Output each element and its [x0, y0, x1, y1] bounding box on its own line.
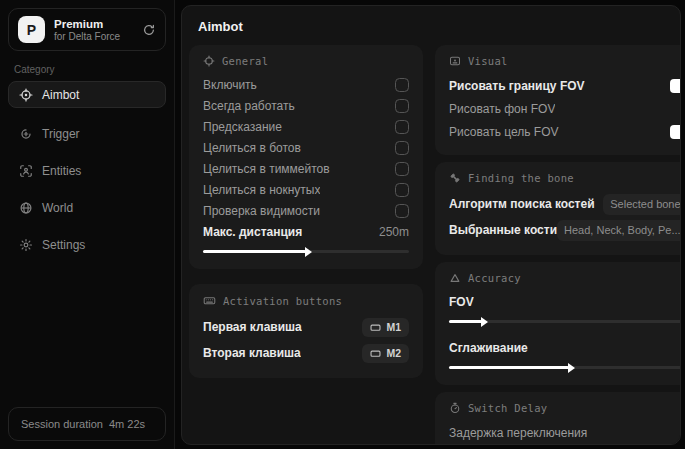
setting-row: Выбранные кости Head, Neck, Body, Pe...: [449, 217, 681, 243]
checkbox-enable[interactable]: [395, 78, 409, 92]
session-value: 4m 22s: [109, 418, 145, 430]
keybind-value: M1: [386, 321, 401, 333]
accuracy-panel: Accuracy FOV 60° Сглаживание 50%: [435, 262, 681, 385]
setting-row: Всегда работать: [203, 95, 409, 116]
category-label: Category: [14, 64, 160, 75]
setting-label: Предсказание: [203, 120, 282, 134]
setting-row: FOV 60°: [449, 291, 681, 312]
setting-row: Алгоритм поиска костей Selected bone: [449, 191, 681, 217]
sidebar-item-entities[interactable]: Entities: [8, 157, 166, 184]
sidebar-item-label: Entities: [42, 164, 81, 178]
color-swatch[interactable]: [670, 79, 681, 93]
sidebar-item-trigger[interactable]: Trigger: [8, 120, 166, 147]
eye-box-icon: [449, 55, 461, 67]
keybind-button-1[interactable]: M1: [362, 318, 409, 337]
setting-row: Задержка переключения (мс) 1000 ms: [449, 444, 681, 445]
setting-row: Макс. дистанция 250m: [203, 221, 409, 242]
session-label: Session duration: [21, 418, 103, 430]
setting-label: Алгоритм поиска костей: [449, 197, 603, 211]
max-distance-slider[interactable]: [203, 246, 409, 257]
page-title: Aimbot: [182, 6, 680, 45]
setting-label: Вторая клавиша: [203, 346, 301, 360]
dropdown-value: Selected bone: [610, 198, 680, 210]
keyboard-icon: [370, 348, 381, 359]
brand-subtitle: for Delta Force: [54, 31, 133, 42]
sidebar-item-label: Settings: [42, 238, 85, 252]
setting-row: Вторая клавиша M2: [203, 340, 409, 366]
crosshair-icon: [203, 55, 215, 67]
setting-row: Сглаживание 50%: [449, 337, 681, 358]
sidebar-item-label: Aimbot: [42, 88, 79, 102]
setting-label: Рисовать границу FOV: [449, 79, 585, 93]
setting-row: Рисовать цель FOV: [449, 120, 681, 143]
brand-title: Premium: [54, 18, 133, 30]
panel-title: Accuracy: [468, 272, 521, 284]
sidebar: P Premium for Delta Force Category Aimbo…: [0, 0, 175, 449]
setting-label: Сглаживание: [449, 341, 528, 355]
checkbox-always-on[interactable]: [395, 99, 409, 113]
triangle-icon: [449, 272, 461, 284]
general-panel: General Включить Всегда работать Предска…: [189, 45, 423, 269]
visual-panel: Visual Рисовать границу FOV Рисовать фон…: [435, 45, 681, 155]
bone-algorithm-dropdown[interactable]: Selected bone: [603, 194, 681, 215]
sidebar-item-label: Trigger: [42, 127, 80, 141]
keybind-button-2[interactable]: M2: [362, 344, 409, 363]
fov-slider[interactable]: [449, 316, 681, 327]
session-duration: Session duration 4m 22s: [8, 407, 166, 441]
keyboard-icon: [370, 322, 381, 333]
panel-title: Activation buttons: [223, 295, 342, 307]
sidebar-item-settings[interactable]: Settings: [8, 231, 166, 258]
slider-value: 250m: [379, 225, 409, 239]
setting-label: Проверка видимости: [203, 204, 320, 218]
setting-row: Проверка видимости: [203, 200, 409, 221]
activation-buttons-panel: Activation buttons Первая клавиша M1 Вто…: [189, 284, 423, 378]
brand-text: Premium for Delta Force: [54, 18, 133, 42]
sidebar-item-label: World: [42, 201, 73, 215]
setting-label: FOV: [449, 295, 474, 309]
color-swatch[interactable]: [670, 125, 681, 139]
crosshair-icon: [19, 88, 33, 102]
setting-row: Рисовать границу FOV: [449, 74, 681, 97]
sidebar-item-world[interactable]: World: [8, 194, 166, 221]
setting-row: Целиться в тиммейтов: [203, 158, 409, 179]
checkbox-visibility-check[interactable]: [395, 204, 409, 218]
checkbox-target-teammates[interactable]: [395, 162, 409, 176]
setting-label: Включить: [203, 78, 257, 92]
setting-label: Первая клавиша: [203, 320, 302, 334]
setting-row: Целиться в ботов: [203, 137, 409, 158]
brand-logo: P: [18, 16, 45, 43]
setting-row: Задержка переключения: [449, 421, 681, 444]
bone-icon: [449, 172, 461, 184]
premium-card[interactable]: P Premium for Delta Force: [8, 8, 166, 51]
scan-icon: [19, 164, 33, 178]
finding-bone-panel: Finding the bone Алгоритм поиска костей …: [435, 162, 681, 255]
setting-row: Целиться в нокнутых: [203, 179, 409, 200]
switch-delay-panel: Switch Delay Задержка переключения Задер…: [435, 392, 681, 445]
trigger-icon: [19, 127, 33, 141]
setting-label: Рисовать фон FOV: [449, 102, 555, 116]
setting-label: Целиться в тиммейтов: [203, 162, 330, 176]
setting-label: Задержка переключения: [449, 426, 587, 440]
setting-label: Макс. дистанция: [203, 225, 302, 239]
checkbox-target-knocked[interactable]: [395, 183, 409, 197]
dropdown-value: Head, Neck, Body, Pe...: [564, 224, 681, 236]
stopwatch-icon: [449, 402, 461, 414]
sidebar-item-aimbot[interactable]: Aimbot: [8, 81, 166, 108]
checkbox-target-bots[interactable]: [395, 141, 409, 155]
keyboard-icon: [203, 294, 216, 307]
setting-label: Выбранные кости: [449, 223, 557, 237]
setting-row: Первая клавиша M1: [203, 314, 409, 340]
selected-bones-dropdown[interactable]: Head, Neck, Body, Pe...: [557, 220, 681, 241]
panel-title: Finding the bone: [468, 172, 574, 184]
setting-label: Целиться в ботов: [203, 141, 301, 155]
setting-label: Всегда работать: [203, 99, 295, 113]
setting-row: Рисовать фон FOV: [449, 97, 681, 120]
main-panel: Aimbot General Включить: [181, 5, 681, 445]
smoothing-slider[interactable]: [449, 362, 681, 373]
checkbox-prediction[interactable]: [395, 120, 409, 134]
panel-title: Visual: [468, 55, 508, 67]
refresh-icon[interactable]: [142, 23, 156, 37]
panel-title: Switch Delay: [468, 402, 547, 414]
setting-label: Рисовать цель FOV: [449, 125, 559, 139]
setting-row: Включить: [203, 74, 409, 95]
